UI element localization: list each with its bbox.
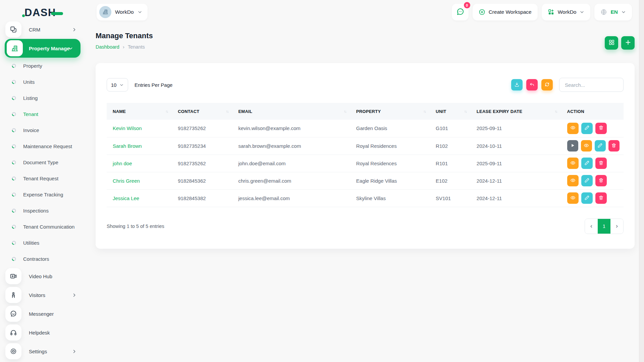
language-label: EN	[610, 9, 618, 15]
sidebar-item-settings[interactable]: Settings	[0, 342, 89, 361]
sidebar-item-units[interactable]: Units	[0, 74, 89, 90]
reset-button[interactable]	[526, 79, 538, 90]
column-header-email[interactable]: EMAIL↑↓	[232, 103, 350, 120]
sidebar-item-expense-tracking[interactable]: Expense Tracking	[0, 186, 89, 202]
column-header-action: ACTION	[561, 103, 624, 120]
grid-view-button[interactable]	[605, 36, 618, 50]
table-row: Kevin Wilson9182735262kevin.wilson@examp…	[107, 120, 624, 137]
refresh-icon	[544, 82, 550, 88]
trash-icon	[598, 195, 604, 201]
prev-page-button[interactable]: ‹	[585, 219, 598, 234]
sidebar-item-messenger[interactable]: Messenger	[0, 304, 89, 323]
sidebar-item-video-hub[interactable]: Video Hub	[0, 267, 89, 286]
export-button[interactable]	[511, 79, 523, 90]
cell-name: Chris Green	[107, 172, 172, 189]
sidebar-item-listing[interactable]: Listing	[0, 90, 89, 106]
delete-button[interactable]	[595, 175, 607, 186]
cell-contact: 9182735262	[172, 155, 232, 172]
reload-button[interactable]	[541, 79, 553, 90]
search-input[interactable]	[559, 78, 624, 92]
add-tenant-button[interactable]	[621, 36, 635, 50]
topbar-right: 0 Create Workspace WorkDo EN	[452, 4, 632, 20]
sidebar-item-label: Helpdesk	[29, 330, 50, 336]
sidebar-item-contractors[interactable]: Contractors	[0, 251, 89, 267]
pencil-icon	[584, 125, 590, 131]
sidebar-item-document-type[interactable]: Document Type	[0, 154, 89, 170]
view-button[interactable]	[567, 175, 579, 186]
sidebar-item-label: Utilities	[23, 240, 39, 246]
column-header-lease-expiry-date[interactable]: LEASE EXPIRY DATE↑↓	[471, 103, 561, 120]
pencil-icon	[584, 178, 590, 184]
edit-button[interactable]	[595, 140, 606, 152]
view-button[interactable]	[567, 192, 579, 204]
page-1-button[interactable]: 1	[598, 219, 610, 234]
sidebar-item-crm[interactable]: CRM	[0, 20, 89, 39]
sidebar-item-label: Messenger	[29, 311, 54, 317]
column-label: UNIT	[436, 109, 446, 114]
view-button[interactable]	[581, 140, 592, 152]
column-header-name[interactable]: NAME↑↓	[107, 103, 172, 120]
tenant-name-link[interactable]: Kevin Wilson	[113, 125, 142, 131]
plus-icon	[625, 39, 631, 47]
controls-left: 10 Entries Per Page	[107, 78, 172, 92]
tenant-name-link[interactable]: Sarah Brown	[113, 143, 142, 149]
tenant-name-link[interactable]: Jessica Lee	[113, 195, 139, 201]
tenant-name-link[interactable]: Chris Green	[113, 178, 140, 184]
sidebar-item-label: Expense Tracking	[23, 192, 63, 197]
sidebar-item-utilities[interactable]: Utilities	[0, 235, 89, 251]
sidebar-item-label: Document Type	[23, 160, 58, 165]
sidebar-item-property-manage[interactable]: Property Manage	[5, 39, 80, 58]
workspace-switcher[interactable]: WorkDo	[97, 4, 148, 20]
plus-circle-icon	[479, 9, 485, 15]
edit-button[interactable]	[581, 175, 593, 186]
app-logo: DASH	[22, 7, 63, 19]
sort-icon[interactable]: ↑↓	[165, 109, 168, 113]
sort-icon[interactable]: ↑↓	[226, 109, 228, 113]
trash-icon	[598, 160, 604, 167]
grid-icon	[608, 39, 615, 47]
sidebar-item-tenant-request[interactable]: Tenant Request	[0, 170, 89, 186]
edit-button[interactable]	[581, 123, 593, 134]
sort-icon[interactable]: ↑↓	[344, 109, 346, 113]
breadcrumb-dashboard-link[interactable]: Dashboard	[96, 44, 119, 50]
sidebar-item-property[interactable]: Property	[0, 58, 89, 74]
scrollbar[interactable]	[639, 0, 644, 362]
column-header-contact[interactable]: CONTACT↑↓	[172, 103, 232, 120]
column-header-property[interactable]: PROPERTY↑↓	[350, 103, 430, 120]
tenant-name-link[interactable]: john doe	[113, 161, 132, 166]
sidebar-item-inspections[interactable]: Inspections	[0, 202, 89, 219]
sort-icon[interactable]: ↑↓	[423, 109, 426, 113]
delete-button[interactable]	[595, 158, 607, 169]
settings-icon	[5, 343, 21, 359]
donut-icon	[11, 224, 17, 230]
edit-button[interactable]	[581, 158, 593, 169]
sidebar-item-maintenance-request[interactable]: Maintenance Request	[0, 138, 89, 154]
cell-action	[561, 189, 624, 207]
create-workspace-button[interactable]: Create Workspace	[473, 4, 538, 20]
sort-icon[interactable]: ↑↓	[464, 109, 467, 113]
sidebar-item-tenant[interactable]: Tenant	[0, 106, 89, 122]
sidebar-nav: CRMProperty ManagePropertyUnitsListingTe…	[0, 20, 89, 361]
sidebar-item-tenant-communication[interactable]: Tenant Communication	[0, 219, 89, 235]
apps-menu-button[interactable]: WorkDo	[542, 4, 591, 20]
sidebar-item-visitors[interactable]: Visitors	[0, 286, 89, 304]
messages-button[interactable]: 0	[452, 4, 469, 20]
trash-icon	[598, 178, 604, 184]
language-selector[interactable]: EN	[594, 4, 632, 20]
login-as-tenant-button[interactable]	[567, 140, 578, 152]
sort-icon[interactable]: ↑↓	[555, 109, 557, 113]
cell-name: Sarah Brown	[107, 137, 172, 155]
delete-button[interactable]	[608, 140, 620, 152]
delete-button[interactable]	[595, 192, 607, 204]
entries-per-page-select[interactable]: 10	[107, 78, 128, 92]
delete-button[interactable]	[595, 123, 607, 134]
view-button[interactable]	[567, 123, 579, 134]
column-header-unit[interactable]: UNIT↑↓	[430, 103, 471, 120]
sidebar-item-invoice[interactable]: Invoice	[0, 122, 89, 138]
edit-button[interactable]	[581, 192, 593, 204]
next-page-button[interactable]: ›	[610, 219, 623, 234]
sidebar-item-helpdesk[interactable]: Helpdesk	[0, 323, 89, 342]
view-button[interactable]	[567, 158, 579, 169]
breadcrumb-separator: ›	[123, 44, 124, 50]
property-manage-icon	[7, 40, 23, 56]
